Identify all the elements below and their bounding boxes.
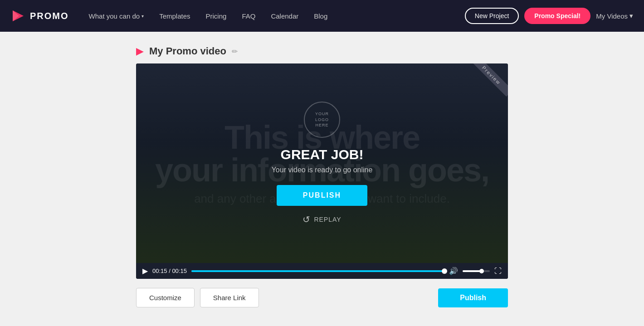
- bottom-actions: Customize Share Link Publish: [136, 288, 508, 307]
- replay-icon: ↺: [302, 214, 310, 225]
- volume-dot: [479, 269, 484, 273]
- play-button[interactable]: ▶: [142, 267, 148, 275]
- volume-bar[interactable]: [463, 270, 490, 272]
- logo-circle: YOURLOGOHERE: [304, 102, 340, 138]
- video-controls: ▶ 00:15 / 00:15 🔊 ⛶: [136, 263, 508, 279]
- video-container: ▶ My Promo video ✏ This is where your in…: [136, 45, 508, 307]
- nav-pricing[interactable]: Pricing: [200, 9, 233, 24]
- nav-actions: New Project Promo Special! My Videos ▾: [465, 8, 633, 24]
- edit-icon[interactable]: ✏: [232, 47, 238, 56]
- great-job-title: GREAT JOB!: [272, 147, 373, 162]
- nav-blog[interactable]: Blog: [307, 9, 334, 24]
- main-content: ▶ My Promo video ✏ This is where your in…: [0, 32, 644, 326]
- logo-text: PROMO: [30, 11, 69, 21]
- nav-faq[interactable]: FAQ: [235, 9, 262, 24]
- promo-logo-icon: [11, 9, 25, 23]
- chevron-down-icon: ▾: [141, 14, 144, 19]
- ready-subtitle: Your video is ready to go online: [272, 166, 373, 174]
- video-player: This is where your information goes, and…: [136, 63, 508, 279]
- my-videos-button[interactable]: My Videos ▾: [596, 12, 633, 20]
- promo-special-button[interactable]: Promo Special!: [524, 8, 590, 24]
- chevron-down-icon: ▾: [629, 12, 633, 20]
- promo-play-icon: ▶: [136, 45, 144, 57]
- fullscreen-icon[interactable]: ⛶: [494, 267, 502, 275]
- nav-calendar[interactable]: Calendar: [264, 9, 305, 24]
- nav-what-you-can-do[interactable]: What you can do ▾: [83, 9, 151, 24]
- customize-button[interactable]: Customize: [136, 288, 195, 307]
- bottom-left-buttons: Customize Share Link: [136, 288, 259, 307]
- share-link-button[interactable]: Share Link: [200, 288, 259, 307]
- progress-bar[interactable]: [191, 270, 444, 272]
- replay-text: REPLAY: [314, 216, 341, 223]
- preview-watermark: Preview: [470, 63, 508, 97]
- video-content: This is where your information goes, and…: [136, 63, 508, 263]
- publish-overlay-button[interactable]: PUBLISH: [277, 185, 367, 206]
- replay-row[interactable]: ↺ REPLAY: [272, 214, 373, 225]
- volume-icon[interactable]: 🔊: [449, 267, 458, 275]
- logo-area[interactable]: PROMO: [11, 9, 69, 23]
- progress-bar-fill: [191, 270, 444, 272]
- video-time: 00:15 / 00:15: [152, 268, 187, 274]
- navbar: PROMO What you can do ▾ Templates Pricin…: [0, 0, 644, 32]
- logo-circle-text: YOURLOGOHERE: [315, 111, 329, 128]
- progress-dot: [442, 268, 447, 274]
- volume-bar-fill: [463, 270, 482, 272]
- publish-button[interactable]: Publish: [438, 288, 508, 307]
- new-project-button[interactable]: New Project: [465, 8, 519, 24]
- nav-templates[interactable]: Templates: [153, 9, 196, 24]
- video-title-row: ▶ My Promo video ✏: [136, 45, 508, 57]
- video-title: My Promo video: [149, 45, 226, 57]
- nav-links: What you can do ▾ Templates Pricing FAQ …: [83, 9, 465, 24]
- center-overlay-content: GREAT JOB! Your video is ready to go onl…: [272, 147, 373, 225]
